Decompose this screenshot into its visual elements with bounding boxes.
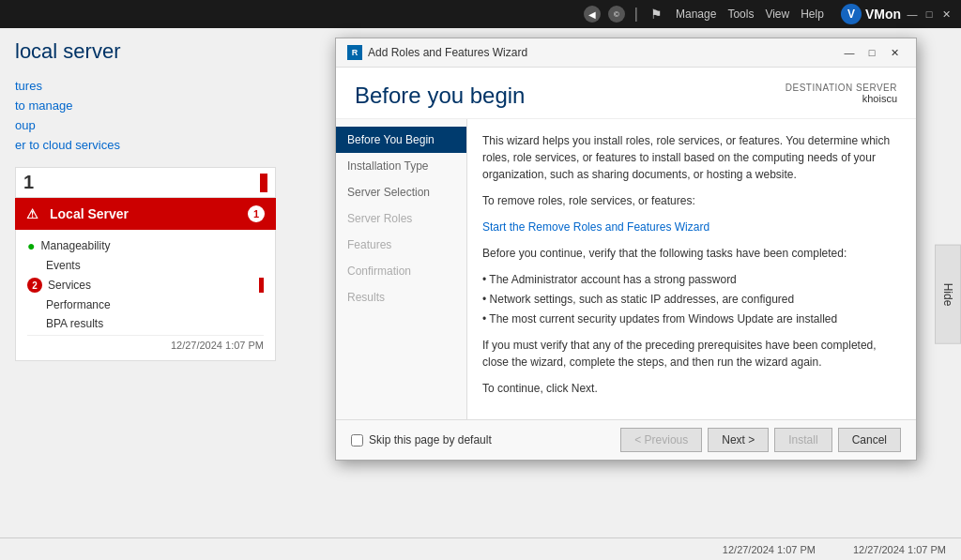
nav-confirmation: Confirmation — [336, 258, 466, 284]
card-row-performance[interactable]: Performance — [27, 295, 264, 314]
events-label: Events — [46, 259, 81, 272]
wizard-body: Before You Begin Installation Type Serve… — [336, 119, 916, 419]
server-cards: 1 ⚠ Local Server 1 ● Manageability — [15, 167, 276, 361]
wizard-window-controls: — □ ✕ — [839, 44, 905, 61]
flag-icon: ⚑ — [648, 6, 664, 23]
title-bar-icons: ◀ © | ⚑ — [584, 6, 664, 23]
wizard-content: This wizard helps you install roles, rol… — [467, 119, 916, 419]
sidebar-link-group[interactable]: oup — [15, 118, 276, 132]
cancel-button[interactable]: Cancel — [838, 428, 901, 452]
divider: | — [634, 6, 638, 23]
title-bar: ◀ © | ⚑ Manage Tools View Help V VMon — … — [0, 0, 961, 28]
card-bars — [260, 174, 267, 192]
window-controls: — □ ✕ — [905, 7, 953, 22]
status-timestamp-1: 12/27/2024 1:07 PM — [723, 544, 816, 555]
bullet-list: The Administrator account has a strong p… — [482, 271, 901, 327]
server-card-header[interactable]: ⚠ Local Server 1 — [15, 198, 276, 230]
sidebar-title: local server — [15, 39, 276, 64]
performance-label: Performance — [46, 298, 111, 311]
wizard-footer: Skip this page by default < Previous Nex… — [336, 419, 916, 460]
main-area: local server tures to manage oup er to c… — [0, 28, 961, 560]
brand-logo: V VMon — [841, 4, 901, 24]
wizard-icon: R — [347, 45, 362, 60]
content-close-para: If you must verify that any of the prece… — [482, 337, 901, 371]
next-button[interactable]: Next > — [708, 428, 769, 452]
bpa-label: BPA results — [46, 317, 103, 330]
menu-manage[interactable]: Manage — [676, 8, 716, 21]
green-circle-icon: ● — [27, 238, 35, 253]
wizard-maximize-button[interactable]: □ — [862, 44, 882, 61]
bullet-item-0: The Administrator account has a strong p… — [482, 271, 901, 288]
circle-icon: © — [608, 6, 625, 23]
server-card-title-row: ⚠ Local Server — [26, 206, 129, 221]
server-badge: 1 — [248, 205, 265, 222]
nav-features: Features — [336, 232, 466, 258]
wizard-header: Before you begin DESTINATION SERVER khoi… — [336, 68, 916, 119]
sidebar-link-features[interactable]: tures — [15, 79, 276, 93]
wizard-title: Add Roles and Features Wizard — [368, 46, 527, 59]
nav-results: Results — [336, 284, 466, 310]
status-timestamp-2: 12/27/2024 1:07 PM — [853, 544, 946, 555]
previous-button[interactable]: < Previous — [620, 428, 702, 452]
nav-server-roles: Server Roles — [336, 205, 466, 232]
skip-label: Skip this page by default — [369, 433, 492, 446]
wizard-overlay: R Add Roles and Features Wizard — □ ✕ Be… — [291, 28, 961, 560]
minimize-button[interactable]: — — [905, 7, 920, 22]
card-row-events[interactable]: Events — [27, 256, 264, 275]
wizard-title-text: R Add Roles and Features Wizard — [347, 45, 527, 60]
nav-before-you-begin[interactable]: Before You Begin — [336, 127, 466, 153]
content-area: Hide R Add Roles and Features Wizard — □… — [291, 28, 961, 560]
brand-icon: V — [841, 4, 862, 24]
services-red-bar — [259, 278, 264, 293]
content-verify-para: Before you continue, verify that the fol… — [482, 245, 901, 262]
menu-tools[interactable]: Tools — [727, 8, 754, 21]
sidebar: local server tures to manage oup er to c… — [0, 28, 291, 560]
maximize-button[interactable]: □ — [922, 7, 937, 22]
wizard-minimize-button[interactable]: — — [839, 44, 860, 61]
skip-checkbox-label[interactable]: Skip this page by default — [351, 433, 492, 446]
card-row-bpa[interactable]: BPA results — [27, 314, 264, 333]
destination-label: DESTINATION SERVER — [786, 83, 897, 93]
content-remove-link-para: Start the Remove Roles and Features Wiza… — [482, 219, 901, 235]
wizard-titlebar: R Add Roles and Features Wizard — □ ✕ — [336, 38, 916, 68]
title-bar-menu: Manage Tools View Help — [676, 8, 824, 21]
remove-roles-link[interactable]: Start the Remove Roles and Features Wiza… — [482, 220, 709, 234]
services-badge: 2 — [27, 278, 42, 293]
bullet-item-2: The most current security updates from W… — [482, 310, 901, 327]
card-row-manageability[interactable]: ● Manageability — [27, 235, 264, 256]
content-paragraph1: This wizard helps you install roles, rol… — [482, 132, 901, 183]
server-card-title: Local Server — [50, 206, 129, 221]
wizard-nav: Before You Begin Installation Type Serve… — [336, 119, 467, 419]
skip-checkbox[interactable] — [351, 434, 363, 446]
footer-buttons: < Previous Next > Install Cancel — [620, 428, 901, 452]
warning-icon: ⚠ — [26, 206, 38, 221]
services-label: Services — [48, 279, 91, 292]
nav-installation-type[interactable]: Installation Type — [336, 153, 466, 179]
close-button[interactable]: ✕ — [938, 7, 953, 22]
content-remove-para: To remove roles, role services, or featu… — [482, 192, 901, 209]
nav-icon: ◀ — [584, 6, 601, 23]
wizard-close-button[interactable]: ✕ — [884, 44, 905, 61]
server-card-body: ● Manageability Events 2 Services — [15, 230, 276, 361]
nav-server-selection[interactable]: Server Selection — [336, 179, 466, 205]
destination-server: DESTINATION SERVER khoiscu — [786, 83, 897, 104]
status-bar: 12/27/2024 1:07 PM 12/27/2024 1:07 PM — [0, 537, 961, 560]
brand-name: VMon — [865, 7, 901, 22]
sidebar-link-manage[interactable]: to manage — [15, 98, 276, 113]
destination-name: khoiscu — [786, 93, 897, 104]
menu-view[interactable]: View — [765, 8, 789, 21]
sidebar-links: tures to manage oup er to cloud services — [15, 79, 276, 152]
card-row-services[interactable]: 2 Services — [27, 275, 264, 295]
manageability-label: Manageability — [40, 239, 110, 252]
bullet-item-1: Network settings, such as static IP addr… — [482, 291, 901, 308]
menu-help[interactable]: Help — [801, 8, 824, 21]
content-continue-para: To continue, click Next. — [482, 380, 901, 397]
wizard-main-title: Before you begin — [355, 83, 525, 109]
sidebar-link-cloud[interactable]: er to cloud services — [15, 138, 276, 152]
red-bar — [260, 174, 267, 192]
card-count-row: 1 — [15, 167, 276, 198]
server-count: 1 — [23, 172, 34, 193]
wizard-dialog: R Add Roles and Features Wizard — □ ✕ Be… — [335, 38, 917, 461]
card-footer: 12/27/2024 1:07 PM — [27, 335, 264, 355]
install-button[interactable]: Install — [774, 428, 831, 452]
